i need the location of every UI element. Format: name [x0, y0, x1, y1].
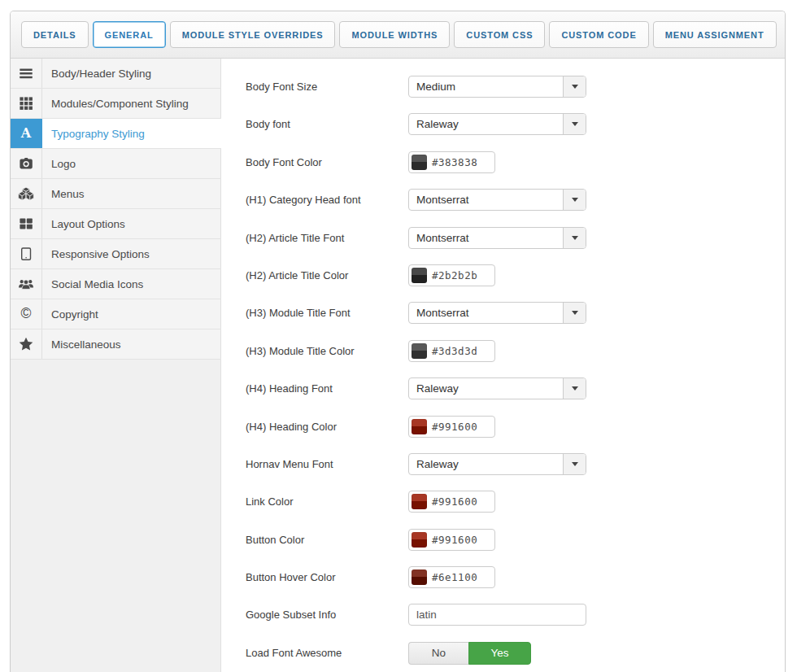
sidebar-item-modules-component-styling[interactable]: Modules/Component Styling [11, 89, 221, 119]
field-label: (H4) Heading Font [246, 377, 408, 399]
form-row-h3-module-title-color: (H3) Module Title Color#3d3d3d [246, 340, 785, 362]
color-hex-value: #991600 [432, 495, 477, 508]
sidebar-item-layout-options[interactable]: Layout Options [11, 209, 221, 239]
select-dropdown-button[interactable] [563, 114, 586, 134]
field-label: (H3) Module Title Color [246, 340, 408, 362]
color-swatch[interactable] [412, 419, 427, 434]
form-row-body-font-color: Body Font Color#383838 [246, 151, 785, 173]
bars-icon [11, 59, 42, 88]
color-hex-value: #991600 [432, 421, 477, 433]
th-grid-icon [11, 89, 42, 118]
color-swatch[interactable] [412, 268, 427, 283]
template-settings-panel: DETAILSGENERALMODULE STYLE OVERRIDESMODU… [10, 11, 786, 672]
button-hover-color-input[interactable]: #6e1100 [408, 566, 495, 588]
sidebar-item-label: Logo [42, 149, 221, 178]
form-row-h3-module-title-font: (H3) Module Title FontMontserrat [246, 302, 785, 324]
sidebar-item-label: Layout Options [42, 209, 221, 238]
sidebar-item-label: Social Media Icons [42, 269, 221, 299]
color-swatch[interactable] [412, 532, 427, 548]
sidebar-item-typography-styling[interactable]: ATypography Styling [11, 119, 221, 149]
caret-down-icon [572, 311, 578, 315]
h3-module-title-font-select[interactable]: Montserrat [408, 302, 586, 324]
form-row-h2-article-title-color: (H2) Article Title Color#2b2b2b [246, 264, 785, 286]
field-label: Hornav Menu Font [246, 453, 408, 475]
button-color-input[interactable]: #991600 [408, 529, 495, 551]
caret-down-icon [572, 198, 578, 202]
color-swatch[interactable] [412, 155, 427, 170]
sidebar-item-body-header-styling[interactable]: Body/Header Styling [11, 59, 221, 89]
tab-general[interactable]: GENERAL [93, 21, 166, 48]
font-icon: A [11, 119, 42, 148]
link-color-input[interactable]: #991600 [408, 491, 495, 513]
users-icon [11, 269, 42, 299]
tab-custom-css[interactable]: CUSTOM CSS [454, 21, 545, 48]
settings-sidebar: Body/Header StylingModules/Component Sty… [11, 59, 221, 672]
tablet-icon [11, 239, 42, 268]
google-subset-info-input[interactable] [408, 604, 586, 626]
tab-module-widths[interactable]: MODULE WIDTHS [339, 21, 450, 48]
field-label: Body Font Size [246, 76, 408, 98]
sidebar-item-miscellaneous[interactable]: Miscellaneous [11, 329, 221, 360]
select-dropdown-button[interactable] [563, 378, 586, 399]
h4-heading-font-select[interactable]: Raleway [408, 377, 586, 399]
select-value: Montserrat [409, 190, 563, 210]
sidebar-item-label: Responsive Options [42, 239, 221, 268]
sidebar-item-label: Menus [42, 179, 221, 208]
toggle-option-no[interactable]: No [408, 642, 468, 665]
field-label: Load Font Awesome [246, 642, 408, 664]
color-hex-value: #6e1100 [432, 571, 477, 583]
form-row-h4-heading-font: (H4) Heading FontRaleway [246, 377, 785, 399]
select-value: Raleway [409, 114, 563, 134]
sidebar-item-copyright[interactable]: ©Copyright [11, 299, 221, 329]
tab-menu-assignment[interactable]: MENU ASSIGNMENT [653, 21, 777, 48]
caret-down-icon [572, 85, 578, 89]
caret-down-icon [572, 122, 578, 126]
h1-category-head-font-select[interactable]: Montserrat [408, 189, 586, 211]
camera-icon [11, 149, 42, 178]
th-large-icon [11, 209, 42, 238]
color-swatch[interactable] [412, 494, 427, 509]
cubes-icon [11, 179, 42, 208]
field-label: (H3) Module Title Font [246, 302, 408, 324]
tab-custom-code[interactable]: CUSTOM CODE [549, 21, 648, 48]
form-row-body-font: Body fontRaleway [246, 113, 785, 135]
select-dropdown-button[interactable] [563, 228, 586, 248]
sidebar-item-responsive-options[interactable]: Responsive Options [11, 239, 221, 269]
h2-article-title-color-input[interactable]: #2b2b2b [408, 264, 495, 286]
sidebar-item-menus[interactable]: Menus [11, 179, 221, 209]
color-hex-value: #3d3d3d [432, 345, 477, 357]
form-row-body-font-size: Body Font SizeMedium [246, 76, 785, 98]
field-label: Link Color [246, 491, 408, 513]
body-font-size-select[interactable]: Medium [408, 76, 586, 98]
select-dropdown-button[interactable] [563, 454, 586, 474]
copyright-icon: © [11, 299, 42, 329]
body-font-select[interactable]: Raleway [408, 113, 586, 135]
field-label: (H2) Article Title Font [246, 227, 408, 249]
select-dropdown-button[interactable] [563, 76, 586, 97]
select-dropdown-button[interactable] [563, 303, 586, 323]
sidebar-item-social-media-icons[interactable]: Social Media Icons [11, 269, 221, 299]
form-row-load-font-awesome: Load Font AwesomeNoYes [246, 642, 785, 664]
toggle-option-yes[interactable]: Yes [468, 642, 531, 665]
sidebar-item-logo[interactable]: Logo [11, 149, 221, 179]
form-row-button-color: Button Color#991600 [246, 529, 785, 551]
tab-details[interactable]: DETAILS [21, 21, 89, 48]
color-hex-value: #2b2b2b [432, 269, 477, 281]
hornav-menu-font-select[interactable]: Raleway [408, 453, 586, 475]
sidebar-item-label: Miscellaneous [42, 329, 221, 359]
select-value: Raleway [409, 454, 563, 474]
h4-heading-color-input[interactable]: #991600 [408, 416, 495, 438]
body-font-color-input[interactable]: #383838 [408, 151, 495, 173]
color-swatch[interactable] [412, 569, 427, 585]
select-value: Medium [409, 76, 563, 97]
star-icon [11, 329, 42, 359]
h2-article-title-font-select[interactable]: Montserrat [408, 227, 586, 249]
tab-module-style-overrides[interactable]: MODULE STYLE OVERRIDES [170, 21, 336, 48]
color-swatch[interactable] [412, 343, 427, 359]
form-row-google-subset-info: Google Subset Info [246, 604, 785, 626]
select-dropdown-button[interactable] [563, 190, 586, 210]
color-hex-value: #383838 [432, 156, 477, 168]
load-font-awesome-toggle: NoYes [408, 642, 531, 665]
h3-module-title-color-input[interactable]: #3d3d3d [408, 340, 495, 362]
select-value: Montserrat [409, 303, 563, 323]
